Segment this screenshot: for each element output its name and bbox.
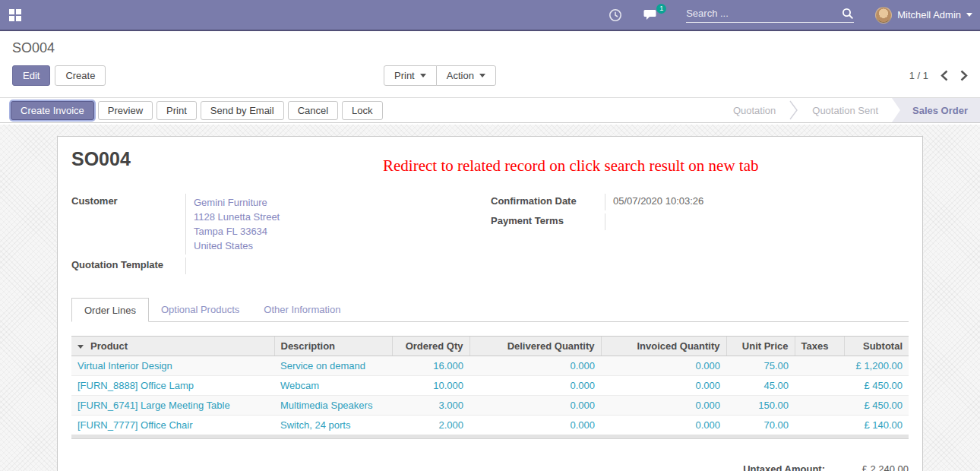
cell-taxes[interactable]: [795, 416, 844, 435]
global-search: [686, 8, 854, 23]
preview-button[interactable]: Preview: [98, 101, 153, 120]
quotation-template-value[interactable]: [185, 258, 491, 274]
notebook-tabs: Order LinesOptional ProductsOther Inform…: [71, 298, 909, 322]
customer-address-line: Tampa FL 33634: [194, 224, 491, 239]
cell-description[interactable]: Multimedia Speakers: [274, 396, 392, 416]
cell-description[interactable]: Webcam: [274, 376, 392, 396]
table-row[interactable]: [FURN_8888] Office LampWebcam10.0000.000…: [71, 376, 909, 396]
column-toggle-icon[interactable]: [77, 345, 84, 349]
chevron-down-icon: [966, 13, 972, 17]
apps-menu-icon[interactable]: [9, 9, 21, 21]
cell-taxes[interactable]: [795, 356, 844, 376]
column-header-invoiced-quantity[interactable]: Invoiced Quantity: [601, 337, 726, 356]
cell-unit-price[interactable]: 45.00: [726, 376, 795, 396]
cell-product[interactable]: [FURN_7777] Office Chair: [71, 416, 274, 435]
column-header-unit-price[interactable]: Unit Price: [726, 337, 795, 356]
table-row[interactable]: [FURN_6741] Large Meeting TableMultimedi…: [71, 396, 909, 416]
status-step-quotation-sent[interactable]: Quotation Sent: [798, 98, 892, 122]
cell-taxes[interactable]: [795, 376, 844, 396]
tab-order-lines[interactable]: Order Lines: [71, 298, 149, 322]
customer-address-line: United States: [194, 239, 491, 253]
table-header-row: ProductDescriptionOrdered QtyDelivered Q…: [71, 337, 909, 356]
sheet: SO004 Redirect to related record on clic…: [57, 136, 923, 471]
user-name: Mitchell Admin: [897, 9, 961, 21]
status-separator-icon: [789, 98, 798, 122]
cell-subtotal[interactable]: £ 450.00: [844, 396, 909, 416]
cancel-button[interactable]: Cancel: [288, 101, 338, 120]
table-row[interactable]: [FURN_7777] Office ChairSwitch, 24 ports…: [71, 416, 909, 435]
print-button[interactable]: Print: [156, 101, 197, 120]
status-step-quotation[interactable]: Quotation: [719, 98, 789, 122]
send-by-email-button[interactable]: Send by Email: [201, 101, 284, 120]
form-background: SO004 Redirect to related record on clic…: [0, 125, 980, 471]
cell-product[interactable]: [FURN_6741] Large Meeting Table: [71, 396, 274, 416]
cell-ordered-qty[interactable]: 2.000: [392, 416, 469, 435]
top-navbar: 1 Mitchell Admin: [0, 0, 980, 31]
cell-product[interactable]: Virtual Interior Design: [71, 356, 274, 376]
edit-button[interactable]: Edit: [12, 65, 50, 86]
create-button[interactable]: Create: [55, 65, 106, 86]
column-header-delivered-quantity[interactable]: Delivered Quantity: [469, 337, 601, 356]
cell-invoiced-quantity[interactable]: 0.000: [601, 396, 726, 416]
search-icon[interactable]: [842, 8, 854, 20]
cell-description[interactable]: Service on demand: [274, 356, 392, 376]
cell-invoiced-quantity[interactable]: 0.000: [601, 376, 726, 396]
action-buttons: Create InvoicePreviewPrintSend by EmailC…: [11, 101, 387, 120]
cell-subtotal[interactable]: £ 1,200.00: [844, 356, 909, 376]
annotation-text: Redirect to related record on click sear…: [383, 156, 758, 175]
app-window: 1 Mitchell Admin SO004 Edit Create Prin: [0, 0, 980, 471]
column-header-ordered-qty[interactable]: Ordered Qty: [392, 337, 469, 356]
quotation-template-label: Quotation Template: [71, 258, 185, 274]
column-header-description[interactable]: Description: [274, 337, 392, 356]
confirmation-date-field: Confirmation Date 05/07/2020 10:03:26: [491, 194, 909, 210]
control-panel: SO004 Edit Create Print Action 1 / 1: [0, 31, 980, 98]
messages-icon[interactable]: 1: [643, 8, 659, 21]
pager-next-button[interactable]: [960, 70, 968, 81]
cell-unit-price[interactable]: 70.00: [726, 416, 795, 435]
statusbar: QuotationQuotation SentSales Order: [719, 98, 980, 122]
payment-terms-value[interactable]: [605, 213, 909, 230]
customer-value[interactable]: Gemini Furniture1128 Lunetta StreetTampa…: [185, 194, 491, 254]
cell-taxes[interactable]: [795, 396, 844, 416]
table-row[interactable]: Virtual Interior DesignService on demand…: [71, 356, 909, 376]
status-step-sales-order[interactable]: Sales Order: [892, 98, 980, 122]
customer-address-line: Gemini Furniture: [194, 195, 491, 210]
tab-optional-products[interactable]: Optional Products: [149, 298, 251, 322]
cell-ordered-qty[interactable]: 10.000: [392, 376, 469, 396]
cell-delivered-quantity[interactable]: 0.000: [469, 416, 601, 435]
cell-delivered-quantity[interactable]: 0.000: [469, 396, 601, 416]
user-menu[interactable]: Mitchell Admin: [875, 7, 972, 24]
cell-unit-price[interactable]: 150.00: [726, 396, 795, 416]
chevron-down-icon: [420, 74, 426, 77]
cell-description[interactable]: Switch, 24 ports: [274, 416, 392, 435]
navbar-right: 1 Mitchell Admin: [598, 7, 972, 24]
customer-field: Customer Gemini Furniture1128 Lunetta St…: [71, 194, 491, 254]
lock-button[interactable]: Lock: [342, 101, 382, 120]
control-panel-buttons: Edit Create Print Action 1 / 1: [12, 65, 968, 87]
column-header-product[interactable]: Product: [71, 337, 274, 356]
cell-delivered-quantity[interactable]: 0.000: [469, 356, 601, 376]
breadcrumb: SO004: [12, 40, 968, 56]
confirmation-date-value: 05/07/2020 10:03:26: [605, 194, 909, 210]
cell-invoiced-quantity[interactable]: 0.000: [601, 356, 726, 376]
activities-clock-icon[interactable]: [609, 8, 622, 22]
pager-value: 1 / 1: [909, 70, 928, 81]
pager-previous-button[interactable]: [940, 70, 948, 81]
cell-ordered-qty[interactable]: 3.000: [392, 396, 469, 416]
print-menu-button[interactable]: Print: [384, 65, 437, 86]
cell-ordered-qty[interactable]: 16.000: [392, 356, 469, 376]
cell-invoiced-quantity[interactable]: 0.000: [601, 416, 726, 435]
chevron-down-icon: [479, 74, 485, 77]
search-input[interactable]: [686, 8, 842, 19]
cell-unit-price[interactable]: 75.00: [726, 356, 795, 376]
cell-subtotal[interactable]: £ 450.00: [844, 376, 909, 396]
cell-delivered-quantity[interactable]: 0.000: [469, 376, 601, 396]
column-header-taxes[interactable]: Taxes: [795, 337, 844, 356]
totals-row: Untaxed Amount: £ 2,240.00: [71, 463, 909, 471]
cell-product[interactable]: [FURN_8888] Office Lamp: [71, 376, 274, 396]
action-menu-button[interactable]: Action: [436, 65, 496, 86]
create-invoice-button[interactable]: Create Invoice: [11, 101, 94, 120]
tab-other-information[interactable]: Other Information: [251, 298, 352, 322]
cell-subtotal[interactable]: £ 140.00: [844, 416, 909, 435]
column-header-subtotal[interactable]: Subtotal: [844, 337, 909, 356]
